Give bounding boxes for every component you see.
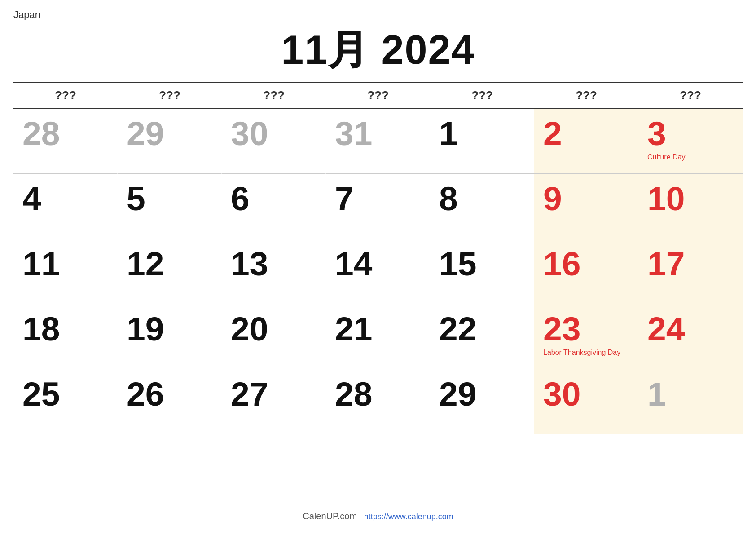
cell-holiday: Culture Day xyxy=(647,153,685,161)
cell-date: 30 xyxy=(543,377,580,411)
day-header-6: ??? xyxy=(638,83,743,108)
cell-date: 17 xyxy=(647,247,685,281)
cell-date: 27 xyxy=(231,377,268,411)
calendar-cell: 31 xyxy=(326,109,430,174)
calendar-cell: 2 xyxy=(534,109,638,174)
day-header-3: ??? xyxy=(326,83,430,108)
calendar-cell: 13 xyxy=(222,239,326,304)
calendar-cell: 22 xyxy=(430,304,534,369)
calendar-cell: 3Culture Day xyxy=(638,109,743,174)
cell-date: 23 xyxy=(543,312,580,346)
footer-brand: CalenUP.com xyxy=(303,511,357,521)
calendar-cell: 8 xyxy=(430,174,534,239)
cell-date: 21 xyxy=(335,312,372,346)
calendar-cell: 10 xyxy=(638,174,743,239)
calendar-cell: 12 xyxy=(118,239,222,304)
calendar-cell: 17 xyxy=(638,239,743,304)
cell-date: 14 xyxy=(335,247,372,281)
cell-date: 15 xyxy=(439,247,476,281)
cell-date: 13 xyxy=(231,247,268,281)
calendar-grid: 28293031123Culture Day456789101112131415… xyxy=(13,109,743,434)
day-header-5: ??? xyxy=(534,83,638,108)
calendar-cell: 28 xyxy=(13,109,118,174)
cell-date: 20 xyxy=(231,312,268,346)
calendar-cell: 29 xyxy=(118,109,222,174)
day-header-2: ??? xyxy=(222,83,326,108)
calendar-container: ????????????????????? 28293031123Culture… xyxy=(13,82,743,503)
calendar-cell: 4 xyxy=(13,174,118,239)
calendar-cell: 20 xyxy=(222,304,326,369)
cell-date: 10 xyxy=(647,182,685,216)
calendar-cell: 24 xyxy=(638,304,743,369)
cell-date: 31 xyxy=(335,117,372,150)
cell-date: 29 xyxy=(439,377,476,411)
cell-date: 11 xyxy=(22,247,60,281)
cell-date: 2 xyxy=(543,117,562,150)
day-header-1: ??? xyxy=(118,83,222,108)
cell-date: 3 xyxy=(647,117,666,150)
calendar-cell: 16 xyxy=(534,239,638,304)
calendar-cell: 23Labor Thanksgiving Day xyxy=(534,304,638,369)
cell-date: 22 xyxy=(439,312,476,346)
cell-date: 26 xyxy=(127,377,164,411)
cell-date: 12 xyxy=(127,247,164,281)
cell-date: 5 xyxy=(127,182,145,216)
calendar-cell: 1 xyxy=(638,369,743,434)
calendar-cell: 26 xyxy=(118,369,222,434)
cell-date: 8 xyxy=(439,182,458,216)
calendar-cell: 15 xyxy=(430,239,534,304)
cell-date: 24 xyxy=(647,312,685,346)
calendar-cell: 9 xyxy=(534,174,638,239)
calendar-cell: 30 xyxy=(534,369,638,434)
calendar-cell: 14 xyxy=(326,239,430,304)
calendar-cell: 5 xyxy=(118,174,222,239)
calendar-cell: 7 xyxy=(326,174,430,239)
cell-date: 30 xyxy=(231,117,268,150)
calendar-cell: 28 xyxy=(326,369,430,434)
calendar-cell: 18 xyxy=(13,304,118,369)
cell-date: 6 xyxy=(231,182,250,216)
cell-holiday: Labor Thanksgiving Day xyxy=(543,348,620,357)
calendar-cell: 25 xyxy=(13,369,118,434)
footer: CalenUP.com https://www.calenup.com xyxy=(13,503,743,526)
footer-url: https://www.calenup.com xyxy=(364,512,453,521)
calendar-cell: 19 xyxy=(118,304,222,369)
calendar-cell: 1 xyxy=(430,109,534,174)
calendar-title: 11月 2024 xyxy=(13,23,743,78)
calendar-cell: 6 xyxy=(222,174,326,239)
cell-date: 4 xyxy=(22,182,41,216)
cell-date: 18 xyxy=(22,312,60,346)
cell-date: 16 xyxy=(543,247,580,281)
cell-date: 25 xyxy=(22,377,60,411)
calendar-cell: 27 xyxy=(222,369,326,434)
day-header-4: ??? xyxy=(430,83,534,108)
day-headers: ????????????????????? xyxy=(13,83,743,109)
cell-date: 1 xyxy=(647,377,666,411)
country-label: Japan xyxy=(13,9,743,21)
cell-date: 29 xyxy=(127,117,164,150)
cell-date: 19 xyxy=(127,312,164,346)
calendar-cell: 21 xyxy=(326,304,430,369)
day-header-0: ??? xyxy=(13,83,118,108)
calendar-cell: 30 xyxy=(222,109,326,174)
cell-date: 9 xyxy=(543,182,562,216)
cell-date: 28 xyxy=(22,117,60,150)
cell-date: 28 xyxy=(335,377,372,411)
cell-date: 7 xyxy=(335,182,354,216)
calendar-cell: 29 xyxy=(430,369,534,434)
cell-date: 1 xyxy=(439,117,458,150)
calendar-cell: 11 xyxy=(13,239,118,304)
